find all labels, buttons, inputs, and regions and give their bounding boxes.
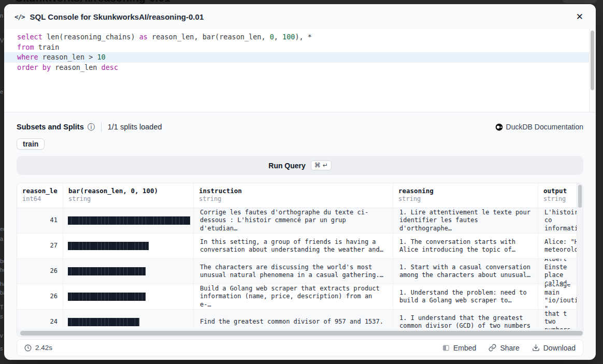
column-name: output (543, 187, 578, 195)
cell-bar (63, 208, 194, 233)
cell-bar (63, 259, 194, 284)
cell-reason-len: 27 (17, 234, 63, 258)
background-page-title: SkunkworksAI/reasoning-0.01 (16, 0, 170, 4)
sql-token: 10 (97, 53, 105, 61)
column-header-reason-len[interactable]: reason_lenint64 (17, 183, 63, 208)
cell-instruction: Find the greatest common divisor of 957 … (194, 310, 393, 330)
sql-token: len(reasoning_chains) (42, 33, 139, 41)
column-type: string (543, 195, 578, 202)
sql-token: select (17, 33, 42, 41)
download-label: Download (543, 344, 576, 352)
table-horizontal-scrollbar-track[interactable] (17, 329, 583, 337)
column-header-instruction[interactable]: instructionstring (194, 183, 393, 208)
cell-reason-len: 24 (17, 310, 63, 330)
bar-visualization (68, 216, 190, 225)
cell-text: 1. Start with a casual conversation amon… (399, 264, 530, 280)
table-row[interactable]: 26Build a Golang web scraper that extrac… (17, 284, 583, 310)
backdrop-text-fragment: v (0, 332, 3, 339)
cell-reason-len: 41 (17, 208, 63, 233)
sql-token: reason_len (51, 63, 102, 71)
column-type: string (199, 195, 387, 202)
cell-instruction: The characters are discussing the world'… (194, 259, 393, 284)
results-table: reason_lenint64bar(reason_len, 0, 100)st… (17, 183, 583, 337)
backdrop-text-fragment: T (0, 304, 4, 310)
run-query-label: Run Query (268, 162, 306, 170)
results-footer: 2.42s Embed Share (17, 339, 583, 356)
editor-scrollbar-track[interactable] (589, 29, 596, 112)
column-type: string (68, 195, 188, 202)
bar-visualization (68, 293, 146, 301)
table-row[interactable]: 41Corrige les fautes d'orthographe du te… (17, 208, 583, 234)
sql-code-line: from train (4, 42, 596, 53)
table-vertical-scrollbar-track[interactable] (577, 183, 583, 329)
run-query-button[interactable]: Run Query ⌘ ↵ (17, 156, 583, 175)
cell-instruction: Corrige les fautes d'orthographe du text… (194, 208, 393, 233)
column-header-bar-reason-len-0-100-[interactable]: bar(reason_len, 0, 100)string (63, 183, 194, 208)
table-header-row: reason_lenint64bar(reason_len, 0, 100)st… (17, 183, 583, 208)
share-link-icon (489, 344, 496, 352)
share-button[interactable]: Share (489, 344, 519, 352)
close-icon[interactable]: ✕ (574, 10, 585, 23)
sql-token: from (17, 43, 34, 51)
download-icon (532, 344, 540, 352)
split-chip-train[interactable]: train (17, 138, 45, 150)
cell-text: Albert Einste place called (544, 259, 577, 284)
editor-scrollbar-thumb[interactable] (591, 31, 594, 90)
cell-reasoning: 1. Understand the problem: need to build… (393, 284, 538, 309)
cell-reason-len: 26 (17, 284, 63, 309)
sql-editor[interactable]: select len(reasoning_chains) as reason_l… (4, 29, 596, 112)
split-chips-row: train (17, 138, 583, 150)
table-horizontal-scrollbar-thumb[interactable] (20, 331, 583, 336)
cell-text: Corrige les fautes d'orthographe du text… (200, 209, 386, 233)
cell-bar (63, 234, 194, 258)
sql-token: desc (102, 63, 119, 71)
sql-token: reason_len, bar(reason_len, (148, 33, 270, 41)
sql-token: train (34, 43, 60, 51)
column-header-reasoning[interactable]: reasoningstring (393, 183, 538, 208)
sql-token: order (17, 63, 38, 71)
duckdb-docs-link[interactable]: DuckDB Documentation (495, 123, 583, 131)
cell-bar (63, 284, 194, 309)
query-time-value: 2.42s (35, 344, 52, 352)
sql-token: as (139, 33, 148, 41)
cell-text: 1. I understand that the greatest common… (399, 314, 530, 330)
share-label: Share (500, 344, 519, 352)
modal-title: SQL Console for SkunkworksAI/reasoning-0… (30, 12, 204, 21)
backdrop-text-fragment: s (0, 313, 3, 319)
cell-text: 1. Lire attentivement le texte pour iden… (399, 209, 532, 233)
sql-code-line: where reason_len > 10 (4, 52, 596, 63)
table-row[interactable]: 27In this setting, a group of friends is… (17, 234, 583, 259)
column-name: bar(reason_len, 0, 100) (68, 187, 188, 195)
sql-token: 0 (270, 33, 274, 41)
column-type: int64 (22, 195, 58, 202)
sql-editor-lines: select len(reasoning_chains) as reason_l… (4, 32, 596, 72)
sql-token: reason_len > (38, 53, 97, 61)
cell-reasoning: 1. The conversation starts with Alice in… (393, 234, 538, 258)
cell-reasoning: 1. Start with a casual conversation amon… (393, 259, 538, 284)
sql-token: 100 (282, 33, 295, 41)
cell-text: 1. Understand the problem: need to build… (399, 289, 527, 305)
subsets-label: Subsets and Splits (17, 123, 84, 131)
bar-visualization (68, 267, 146, 275)
backdrop-text-fragment: e (0, 89, 3, 95)
download-button[interactable]: Download (532, 344, 576, 352)
cell-reasoning: 1. Lire attentivement le texte pour iden… (393, 208, 538, 233)
backdrop-text-fragment: s (0, 345, 3, 352)
footer-actions: Embed Share Download (442, 344, 576, 352)
info-icon[interactable]: ⓘ (88, 123, 95, 130)
splits-loaded-status: 1/1 splits loaded (108, 123, 162, 131)
table-row[interactable]: 26The characters are discussing the worl… (17, 259, 583, 284)
cell-text: 1. The conversation starts with Alice in… (399, 238, 515, 254)
cell-text: The characters are discussing the world'… (200, 264, 383, 280)
sql-token: by (42, 63, 51, 71)
cell-instruction: Build a Golang web scraper that extracts… (194, 284, 393, 309)
modal-header: </> SQL Console for SkunkworksAI/reasoni… (4, 4, 596, 29)
cell-text: Find the greatest common divisor of 957 … (200, 318, 383, 326)
table-vertical-scrollbar-thumb[interactable] (578, 185, 582, 208)
query-time: 2.42s (24, 344, 52, 352)
cell-text: In this setting, a group of friends is h… (200, 238, 383, 254)
duckdb-docs-label: DuckDB Documentation (506, 123, 583, 131)
embed-button[interactable]: Embed (442, 344, 476, 352)
cell-reasoning: 1. I understand that the greatest common… (393, 310, 538, 330)
table-row[interactable]: 24Find the greatest common divisor of 95… (17, 310, 583, 330)
